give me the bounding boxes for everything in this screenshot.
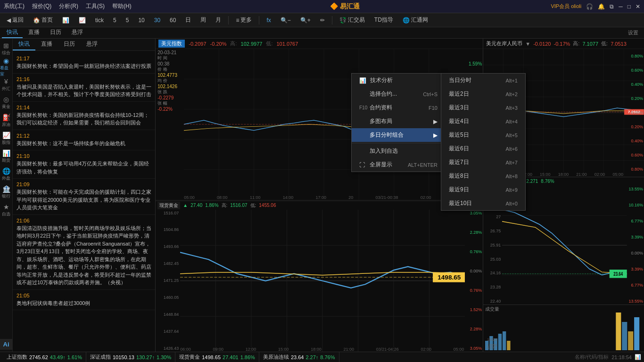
search-input-label[interactable]: 名称/代码/指标 xyxy=(575,354,609,361)
draw-button[interactable]: ✏ xyxy=(316,16,329,25)
bp7: 2.28% xyxy=(466,327,482,331)
status-shenzhen[interactable]: 深证成指 10150.13 130.27↑ 1.30% xyxy=(86,352,175,362)
news-item-7[interactable]: 21:05奥地利冠状病毒患者超过3000例 xyxy=(13,290,155,311)
sidebar-item-zonghe[interactable]: ⊞ 综合 xyxy=(0,41,12,58)
news-tab-zhibo[interactable]: 直播 xyxy=(35,39,58,50)
menu-system[interactable]: 系统(工) xyxy=(4,2,25,10)
tab-kuaixun[interactable]: 快讯 xyxy=(2,27,23,38)
exchange-button[interactable]: 💱 汇交易 xyxy=(336,15,369,25)
forex-icon: ¥ xyxy=(4,78,8,85)
10-button[interactable]: 10 xyxy=(134,16,148,25)
tab-xuanfu[interactable]: 悬浮 xyxy=(67,27,88,38)
status-gold[interactable]: 现货黄金 1498.65 27.401 1.86% xyxy=(175,352,259,362)
5-button[interactable]: 5 xyxy=(122,16,133,25)
htw-button[interactable]: 🌐 汇通网 xyxy=(399,15,432,25)
news-item-1[interactable]: 21:16当被问及美国是否陷入衰退时，美国财长努钦表示，这是一个技术问题，并不相… xyxy=(13,74,155,102)
home-button[interactable]: 🏠 首页 xyxy=(29,15,57,25)
menu-analysis[interactable]: 分析(R) xyxy=(59,2,78,10)
td-button[interactable]: TD指导 xyxy=(371,15,397,25)
menu-tools[interactable]: 工具(S) xyxy=(86,2,105,10)
sub-today[interactable]: 当日分时 Alt+1 xyxy=(441,74,525,87)
news-item-4[interactable]: 21:10美国财长努钦：最多可动用4万亿美元来帮助企业，美国经济强劲，将会恢复 xyxy=(13,150,155,179)
60-button[interactable]: 60 xyxy=(166,16,180,25)
svg-rect-56 xyxy=(628,331,633,350)
ctx-arrow-3: ▶ xyxy=(433,118,438,125)
opl8: 13.55% xyxy=(628,299,643,304)
sub-4day[interactable]: 最近4日 Alt+4 xyxy=(441,115,525,128)
sub-8day[interactable]: 最近8日 Alt+8 xyxy=(441,169,525,183)
t8: 02:00 xyxy=(421,195,431,200)
ctx-fullscreen[interactable]: ⛶ 全屏显示 ALT+ENTER xyxy=(352,158,445,172)
more-button[interactable]: ≡ 更多 xyxy=(232,15,256,25)
news-item-6[interactable]: 21:06泰国清迈防疫措施升级，暂时关闭商场学校及娱乐场所；当地时间3月22日下… xyxy=(13,215,155,290)
sidebar-item-qihuo[interactable]: 📊 期货 xyxy=(0,148,12,165)
op9: 22.40 xyxy=(483,299,501,304)
zoomin-button[interactable]: 🔍+ xyxy=(297,16,314,25)
30-button[interactable]: 30 xyxy=(150,16,164,25)
fx-button[interactable]: fx xyxy=(263,16,274,25)
zoomout-button[interactable]: 🔍− xyxy=(277,16,295,25)
month-button[interactable]: 月 xyxy=(212,15,225,25)
chart1-button[interactable]: 📊 xyxy=(58,16,73,25)
sidebar-item-waihu[interactable]: ¥ 外汇 xyxy=(0,76,12,93)
sidebar-item-zixuan[interactable]: ★ 自选 xyxy=(0,202,12,219)
tab-zhibo[interactable]: 直播 xyxy=(24,27,44,38)
sub-7day[interactable]: 最近7日 Alt+7 xyxy=(441,156,525,169)
sub-2day[interactable]: 最近2日 Alt+2 xyxy=(441,87,525,101)
menu-quote[interactable]: 报价(Q) xyxy=(32,2,51,10)
bell-icon[interactable]: 🔔 xyxy=(598,3,605,10)
news-item-2[interactable]: 21:14美国财长努钦：美国的新冠肺炎疫情看似会持续10-12周；我们可以稳定经… xyxy=(13,102,155,130)
chart2-button[interactable]: 📈 xyxy=(75,16,90,25)
sub-3day[interactable]: 最近3日 Alt+3 xyxy=(441,101,525,115)
news-item-0[interactable]: 21:17美国财长努钦：希望国会周一就新冠肺炎经济法案进行投票 xyxy=(13,53,155,74)
sub-6day[interactable]: 最近6日 Alt+6 xyxy=(441,142,525,156)
sidebar-item-guzhi[interactable]: 📈 股指 xyxy=(0,130,12,147)
sub-10day[interactable]: 最近10日 Alt+0 xyxy=(441,197,525,210)
sidebar-item-yuanyou[interactable]: ⛽ 原油 xyxy=(0,112,12,129)
tick-button[interactable]: tick xyxy=(91,16,107,25)
t4: 14:00 xyxy=(283,195,294,200)
ctx-technical[interactable]: 📊 技术分析 xyxy=(352,74,445,87)
opl2: 10.16% xyxy=(628,203,643,207)
status-oil[interactable]: 美原油连续 23.64 2.27↑ 8.76% xyxy=(259,352,339,362)
chart-top-high: 102.9977 xyxy=(241,41,263,47)
chart-icon-status[interactable]: 📊 xyxy=(635,354,641,360)
maximize-icon[interactable]: □ xyxy=(627,3,631,10)
news-tab-kuaixun[interactable]: 快讯 xyxy=(13,39,35,50)
day-button[interactable]: 日 xyxy=(182,15,195,25)
5d-button[interactable]: 5 xyxy=(109,16,120,25)
ctx-shortcut-6: ALT+ENTER xyxy=(398,162,438,168)
chart-top-change: -0.2097 xyxy=(189,41,206,47)
headset-icon[interactable]: 🎧 xyxy=(586,3,593,10)
back-button[interactable]: ◀ 返回 xyxy=(3,15,27,25)
sidebar-item-kanpanshi[interactable]: ◉ 看盘室 xyxy=(0,58,12,75)
s-change-sh: 43.49↑ xyxy=(50,354,66,360)
ai-button[interactable]: Ai xyxy=(0,339,12,350)
news-tab-xuanfu[interactable]: 悬浮 xyxy=(81,39,103,50)
ctx-multi-day[interactable]: 多日分时组合 ▶ xyxy=(352,128,445,142)
week-button[interactable]: 周 xyxy=(197,15,210,25)
tab-settings-button[interactable]: 设置 xyxy=(624,28,642,37)
news-item-5[interactable]: 21:09美国财长努钦：可能在今天完成国会的援助计划，四口之家平均可获得近200… xyxy=(13,179,155,215)
menu-help[interactable]: 帮助(H) xyxy=(112,2,132,10)
sidebar-item-yinhang[interactable]: 🏦 银行 xyxy=(0,184,12,201)
close-icon[interactable]: ✕ xyxy=(636,3,640,10)
chart-bottom-price-labels: 1516.07 1504.86 1493.66 1482.45 1471.25 … xyxy=(156,210,180,352)
ctx-multi-layout[interactable]: 多图布局 ▶ xyxy=(352,115,445,128)
chart-open: 102.4773 xyxy=(157,73,182,78)
window-icon[interactable]: ⧉ xyxy=(610,3,614,10)
sub-5day[interactable]: 最近5日 Alt+5 xyxy=(441,128,525,142)
ctx-select-contract[interactable]: 选择合约... Ctrl+S xyxy=(352,87,445,101)
status-shanghai[interactable]: 上证指数 2745.62 43.49↑ 1.61% xyxy=(3,352,86,362)
tab-rili[interactable]: 日历 xyxy=(45,27,66,38)
ctx-contract-info[interactable]: F10 合约资料 F10 xyxy=(352,101,445,115)
sidebar-item-waipan[interactable]: 🌐 外盘 xyxy=(0,166,12,183)
news-tab-rili[interactable]: 日历 xyxy=(58,39,81,50)
chart-bottom-label[interactable]: 现货黄金 xyxy=(157,202,180,209)
chart-top-label[interactable]: 美元指数 xyxy=(158,40,185,48)
news-item-3[interactable]: 21:12美国财长努钦：这不是一场持续多年的金融危机 xyxy=(13,130,155,151)
minimize-icon[interactable]: ─ xyxy=(619,3,623,10)
sub-9day[interactable]: 最近9日 Alt+9 xyxy=(441,183,525,197)
sidebar-item-huangjin[interactable]: ◎ 黄金 xyxy=(0,94,12,111)
ctx-add-watchlist[interactable]: 加入到自选 xyxy=(352,144,445,158)
